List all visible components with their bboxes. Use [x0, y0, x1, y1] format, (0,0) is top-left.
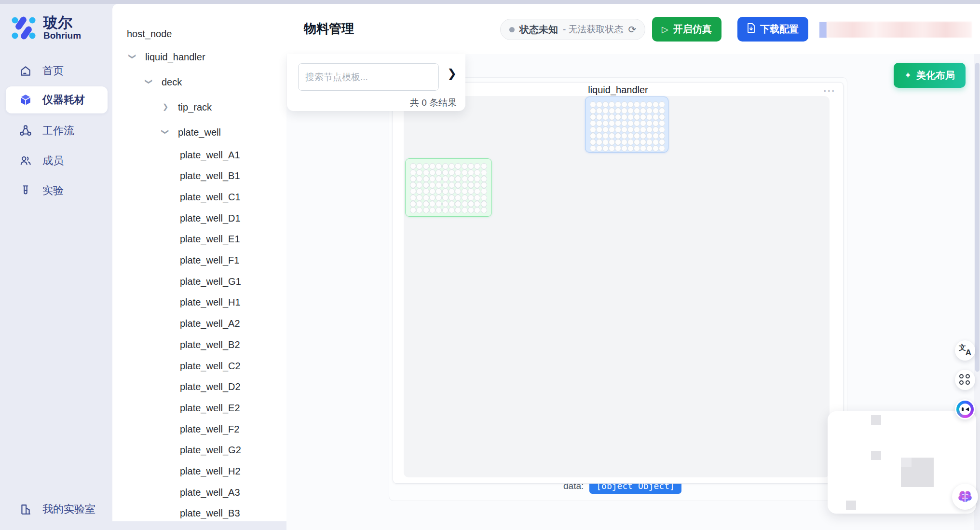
- well: [609, 114, 615, 120]
- plate-well-plate[interactable]: [405, 158, 492, 217]
- tree-chevron-down-icon[interactable]: ❯: [145, 78, 153, 85]
- status-badge: 状态未知 - 无法获取状态 ⟳: [500, 19, 645, 40]
- well: [481, 201, 487, 207]
- tree-item-plate_well_B2[interactable]: plate_well_B2: [180, 336, 240, 353]
- well: [634, 126, 640, 133]
- status-label: 状态未知: [519, 23, 558, 36]
- tree-item-plate_well_G1[interactable]: plate_well_G1: [180, 273, 241, 290]
- well: [410, 201, 416, 207]
- brand-logo[interactable]: 玻尔 Bohrium: [10, 11, 106, 45]
- sidebar-item-members[interactable]: 成员: [6, 148, 108, 173]
- well: [634, 145, 640, 152]
- well: [449, 195, 455, 201]
- well: [590, 120, 596, 126]
- well: [634, 108, 640, 114]
- deck-area[interactable]: [404, 96, 830, 477]
- tree-item-plate_well_D1[interactable]: plate_well_D1: [180, 210, 241, 226]
- well: [429, 163, 436, 169]
- minimap-node-rect: [871, 415, 881, 425]
- refresh-icon[interactable]: ⟳: [628, 24, 637, 35]
- tree-item-plate_well_E2[interactable]: plate_well_E2: [180, 400, 240, 416]
- tree-item-plate_well_H1[interactable]: plate_well_H1: [180, 294, 241, 311]
- tree-item-liquid_handler[interactable]: liquid_handler: [145, 49, 205, 65]
- tree-item-plate_well_G2[interactable]: plate_well_G2: [180, 442, 241, 459]
- sidebar-item-my-lab[interactable]: 我的实验室: [6, 496, 108, 523]
- expand-chevron-icon[interactable]: ❯: [447, 67, 457, 80]
- sidebar-item-workflow[interactable]: 工作流: [6, 118, 108, 143]
- well: [449, 169, 455, 176]
- well: [429, 201, 436, 207]
- app-root: 玻尔 Bohrium 首页 仪器耗材 工作流 成员: [0, 0, 980, 530]
- well: [609, 108, 615, 114]
- tree-item-plate_well_C1[interactable]: plate_well_C1: [180, 189, 241, 205]
- tree-item-plate_well_F2[interactable]: plate_well_F2: [180, 421, 239, 437]
- tree-item-host_node[interactable]: host_node: [127, 26, 172, 42]
- tip-rack-plate[interactable]: [585, 97, 668, 153]
- tree-item-plate_well_D2[interactable]: plate_well_D2: [180, 379, 241, 395]
- ai-assistant-button[interactable]: [955, 399, 975, 419]
- tree-item-plate_well_C2[interactable]: plate_well_C2: [180, 358, 241, 374]
- well: [449, 207, 455, 213]
- well: [462, 207, 468, 213]
- liquid-handler-node[interactable]: liquid_handler ⋯: [393, 82, 844, 484]
- well: [416, 169, 422, 176]
- download-config-button[interactable]: 下载配置: [737, 17, 808, 42]
- sidebar-item-experiments[interactable]: 实验: [6, 178, 108, 203]
- well: [474, 195, 480, 201]
- well: [455, 182, 461, 188]
- well: [468, 169, 474, 176]
- well: [462, 176, 468, 182]
- redacted-avatar: [819, 22, 827, 38]
- well: [474, 169, 480, 176]
- tree-item-plate_well_A2[interactable]: plate_well_A2: [180, 316, 240, 332]
- well: [455, 201, 461, 207]
- beautify-layout-button[interactable]: ✦ 美化布局: [894, 63, 966, 88]
- brain-assistant-button[interactable]: [952, 484, 978, 510]
- tree-item-plate_well_A1[interactable]: plate_well_A1: [180, 147, 240, 163]
- well: [640, 114, 646, 120]
- robot-icon: [956, 401, 974, 418]
- scrollbar-thumb[interactable]: [975, 63, 980, 372]
- tree-item-plate_well[interactable]: plate_well: [178, 124, 221, 140]
- well: [609, 101, 615, 108]
- well: [429, 182, 436, 188]
- tree-item-deck[interactable]: deck: [162, 74, 182, 90]
- tree-item-plate_well_H2[interactable]: plate_well_H2: [180, 463, 241, 480]
- search-input[interactable]: [298, 63, 439, 91]
- well: [609, 145, 615, 152]
- start-simulation-button[interactable]: ▷ 开启仿真: [652, 17, 721, 42]
- well: [634, 133, 640, 139]
- well: [640, 126, 646, 133]
- well: [596, 120, 602, 126]
- well: [640, 145, 646, 152]
- sidebar-item-instruments[interactable]: 仪器耗材: [6, 86, 108, 113]
- tree-item-plate_well_F1[interactable]: plate_well_F1: [180, 252, 239, 269]
- sidebar-item-home[interactable]: 首页: [6, 58, 108, 84]
- well: [627, 101, 634, 108]
- translate-button[interactable]: 文 A: [955, 340, 975, 361]
- bohrium-logo-icon: [10, 14, 38, 42]
- tree-chevron-down-icon[interactable]: ❯: [128, 53, 137, 60]
- node-template-search-panel: ❯ 共 0 条结果: [287, 54, 465, 111]
- tree-chevron-down-icon[interactable]: ❯: [161, 128, 170, 136]
- well: [474, 207, 480, 213]
- tree-chevron-right-icon[interactable]: ❯: [162, 102, 169, 111]
- well: [653, 133, 659, 139]
- well: [609, 133, 615, 139]
- sidebar: 玻尔 Bohrium 首页 仪器耗材 工作流 成员: [0, 4, 112, 530]
- tree-item-plate_well_E1[interactable]: plate_well_E1: [180, 231, 240, 248]
- well: [615, 139, 621, 145]
- well: [436, 169, 442, 176]
- apps-button[interactable]: [955, 370, 975, 390]
- well: [596, 114, 602, 120]
- well: [634, 101, 640, 108]
- well: [423, 163, 429, 169]
- tree-item-plate_well_B1[interactable]: plate_well_B1: [180, 168, 240, 184]
- well: [429, 195, 436, 201]
- well: [659, 133, 665, 139]
- tree-item-plate_well_A3[interactable]: plate_well_A3: [180, 484, 240, 501]
- tree-item-tip_rack[interactable]: tip_rack: [178, 99, 212, 115]
- well: [416, 201, 422, 207]
- well: [436, 207, 442, 213]
- tree-item-plate_well_B3[interactable]: plate_well_B3: [180, 505, 240, 521]
